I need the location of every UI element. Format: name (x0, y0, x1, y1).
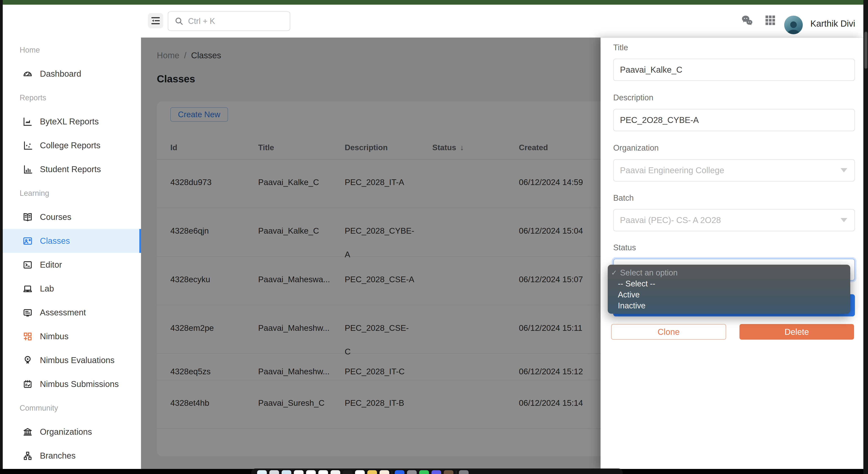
macos-dock[interactable] (251, 469, 623, 474)
global-search-input[interactable]: Ctrl + K (168, 11, 290, 31)
sidebar-item-label: Dashboard (3, 69, 81, 79)
class-detail-drawer: Title Paavai_Kalke_C Description PEC_2O2… (600, 38, 863, 469)
calendar-check-icon (22, 379, 33, 390)
dock-separator (392, 471, 392, 474)
terminal-icon (22, 259, 33, 270)
sidebar-item-nimbus-evaluations[interactable]: Nimbus Evaluations (3, 348, 141, 372)
dock-app-icon[interactable] (282, 470, 291, 474)
sidebar-item-assessment[interactable]: Assessment (3, 301, 141, 324)
dock-app-icon[interactable] (318, 470, 328, 474)
batch-field-label: Batch (613, 194, 634, 203)
sidebar-item-nimbus-submissions[interactable]: Nimbus Submissions (3, 372, 141, 396)
clone-button[interactable]: Clone (611, 324, 726, 340)
dropdown-option-active[interactable]: Active (608, 289, 850, 300)
screen: byteXL Ctrl + K (0, 0, 868, 474)
dock-app-icon[interactable] (419, 470, 429, 474)
title-input[interactable]: Paavai_Kalke_C (613, 59, 855, 81)
sidebar-item-lab[interactable]: Lab (3, 277, 141, 301)
sidebar-item-label: Nimbus (3, 332, 69, 341)
batch-select[interactable]: Paavai (PEC)- CS- A 2O28 (613, 209, 855, 231)
chat-icon[interactable] (740, 14, 754, 27)
dock-app-icon[interactable] (306, 470, 316, 474)
sidebar-item-organizations[interactable]: Organizations (3, 420, 141, 444)
chevron-down-icon (841, 168, 847, 172)
sidebar-item-student-reports[interactable]: Student Reports (3, 157, 141, 181)
sidebar-item-label: Nimbus Evaluations (3, 355, 115, 365)
dock-app-icon[interactable] (269, 470, 279, 474)
dropdown-option-select-an-option[interactable]: ✓ Select an option (608, 267, 850, 278)
sidebar-item-label: Courses (3, 212, 71, 222)
dock-app-icon[interactable] (379, 470, 389, 474)
description-input[interactable]: PEC_2O28_CYBE-A (613, 109, 855, 131)
chevron-down-icon (841, 218, 847, 222)
sidebar-section-reports: Reports (3, 86, 141, 110)
dock-app-icon[interactable] (367, 470, 377, 474)
app-window: byteXL Ctrl + K (3, 5, 863, 469)
organization-select[interactable]: Paavai Engineering College (613, 159, 855, 181)
search-placeholder: Ctrl + K (188, 17, 215, 26)
sidebar-section-learning: Learning (3, 181, 141, 205)
dropdown-option-select[interactable]: -- Select -- (608, 278, 850, 289)
screen-edge (863, 0, 868, 474)
sidebar-item-label: Classes (3, 236, 70, 246)
sidebar-item-nimbus[interactable]: Nimbus (3, 324, 141, 348)
assessment-icon (22, 307, 33, 318)
dock-app-icon[interactable] (355, 470, 365, 474)
sidebar-item-classes[interactable]: Classes (3, 229, 141, 253)
organization-field-label: Organization (613, 143, 659, 152)
dock-app-icon[interactable] (257, 470, 267, 474)
organization-selected-value: Paavai Engineering College (620, 166, 724, 175)
user-avatar[interactable] (784, 16, 803, 34)
check-icon: ✓ (611, 268, 617, 277)
description-field-label: Description (613, 93, 653, 102)
dock-app-icon[interactable] (331, 470, 340, 474)
delete-button[interactable]: Delete (739, 324, 854, 340)
sidebar-item-label: Assessment (3, 308, 86, 317)
batch-selected-value: Paavai (PEC)- CS- A 2O28 (620, 215, 721, 225)
sidebar-item-editor[interactable]: Editor (3, 253, 141, 277)
dropdown-option-inactive[interactable]: Inactive (608, 300, 850, 311)
sidebar-item-college-reports[interactable]: College Reports (3, 134, 141, 157)
sidebar-item-label: Organizations (3, 427, 92, 437)
dock-separator (456, 471, 456, 474)
scatter-chart-icon (22, 140, 33, 151)
sidebar-item-label: College Reports (3, 141, 100, 150)
sidebar-item-label: Student Reports (3, 165, 101, 174)
sidebar-section-home: Home (3, 38, 141, 62)
sidebar-collapse-button[interactable] (148, 13, 163, 28)
title-field-label: Title (613, 43, 628, 52)
sidebar-section-community: Community (3, 396, 141, 420)
search-icon (174, 16, 184, 26)
sidebar-item-label: ByteXL Reports (3, 117, 99, 126)
hierarchy-icon (22, 450, 33, 461)
page-scrollbar[interactable] (864, 32, 867, 69)
sidebar-item-courses[interactable]: Courses (3, 205, 141, 229)
sidebar-item-dashboard[interactable]: Dashboard (3, 62, 141, 86)
apps-grid-icon[interactable] (764, 14, 777, 27)
bar-chart-icon (22, 164, 33, 175)
dock-app-icon[interactable] (431, 470, 441, 474)
dock-app-icon[interactable] (407, 470, 417, 474)
status-dropdown-menu: ✓ Select an option -- Select -- Active I… (608, 265, 850, 314)
medal-icon (22, 355, 33, 366)
status-field-label: Status (613, 243, 636, 252)
sidebar-item-branches[interactable]: Branches (3, 444, 141, 468)
sidebar-item-label: Branches (3, 451, 75, 461)
user-name[interactable]: Karthik Divi (810, 19, 855, 29)
laptop-icon (22, 283, 33, 294)
sidebar: Home Dashboard Reports ByteXL Repor (3, 5, 141, 469)
dock-app-icon[interactable] (444, 470, 454, 474)
dock-app-icon[interactable] (395, 470, 404, 474)
nimbus-icon (22, 331, 33, 342)
area-chart-icon (22, 116, 33, 127)
bank-icon (22, 426, 33, 438)
sidebar-item-label: Nimbus Submissions (3, 379, 119, 389)
dashboard-gauge-icon (22, 68, 33, 80)
sidebar-item-bytexl-reports[interactable]: ByteXL Reports (3, 110, 141, 134)
book-icon (22, 212, 33, 223)
indent-collapse-icon (150, 15, 161, 26)
dock-app-icon[interactable] (294, 470, 304, 474)
classes-icon (22, 236, 33, 246)
dock-app-icon[interactable] (459, 470, 469, 474)
dock-app-icon[interactable] (343, 470, 352, 474)
